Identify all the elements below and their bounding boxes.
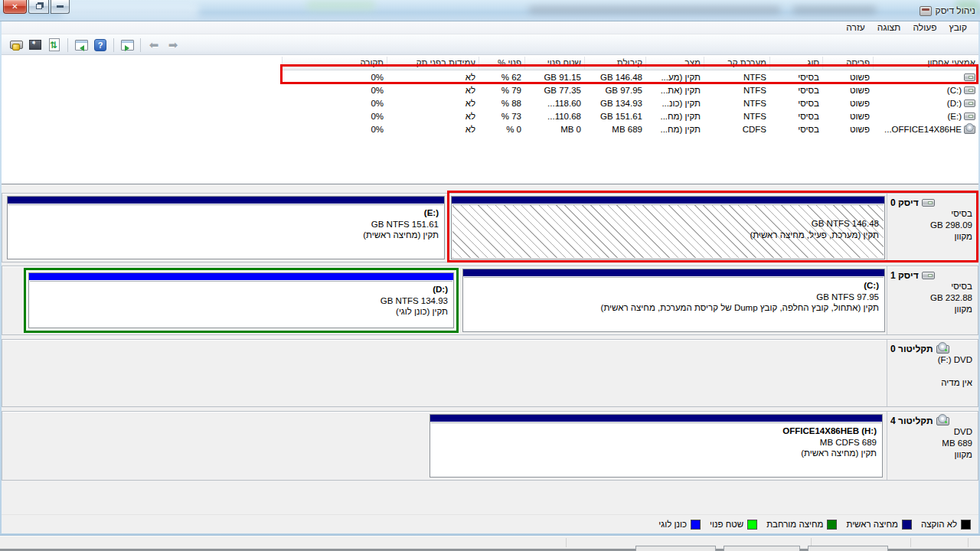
col-header-capacity[interactable]: קיבולת <box>584 57 645 70</box>
menu-file[interactable]: קובץ <box>944 21 972 34</box>
help-icon[interactable]: ? <box>92 37 109 54</box>
col-header-type[interactable]: סוג <box>769 57 822 70</box>
volume-row-office-cd[interactable]: ...OFFICE14X86HE פשוט בסיסי CDFS תקין (מ… <box>282 122 978 135</box>
menu-help[interactable]: עזרה <box>841 21 871 34</box>
col-header-layout[interactable]: פריסה <box>822 57 873 70</box>
partition-size: GB NTFS 97.95 <box>469 292 879 303</box>
col-header-volume[interactable]: אמצעי אחסון <box>873 57 978 70</box>
glass-bleed <box>306 0 375 11</box>
disk-type: בסיסי <box>890 208 972 220</box>
disk-size: GB 298.09 <box>890 220 972 231</box>
forward-icon[interactable]: ➡ <box>165 37 181 54</box>
partition-color-bar <box>463 269 884 276</box>
partition-office-h[interactable]: OFFICE14X86HEB (H:) MB CDFS 689 תקין (מח… <box>430 414 883 478</box>
partition-size: GB NTFS 134.93 <box>34 295 448 307</box>
menu-action[interactable]: פעולה <box>907 21 942 34</box>
col-header-file-system[interactable]: מערכת קב <box>704 57 769 70</box>
volume-row-system[interactable]: פשוט בסיסי NTFS תקין (מע... GB 146.48 GB… <box>282 70 978 83</box>
partition-color-bar <box>430 415 882 422</box>
toolbar-separator <box>67 38 68 52</box>
restore-icon <box>36 4 42 9</box>
cdrom-0-row: תקליטור 0 (F:) DVD אין מדיה <box>2 339 978 407</box>
back-icon[interactable]: ⬅ <box>145 37 162 54</box>
cdrom-4-header[interactable]: תקליטור 4 DVD MB 689 מקוון <box>887 412 978 480</box>
partition-label: (E:) <box>13 207 439 219</box>
cd-volume-icon <box>964 126 975 134</box>
volume-row-c[interactable]: (C:) פשוט בסיסי NTFS תקין (את... GB 97.9… <box>282 83 978 96</box>
cd-drive-icon <box>936 345 949 354</box>
legend-swatch <box>827 520 837 530</box>
title-bar: ✕ ניהול דיסק <box>0 0 980 21</box>
legend-item-logical-drive: כונן לוגי <box>658 520 701 530</box>
app-icon <box>920 6 932 16</box>
window-border-left <box>0 21 2 533</box>
partition-color-bar <box>452 197 884 204</box>
partition-size: GB NTFS 146.48 <box>457 218 879 230</box>
partition-e[interactable]: (E:) GB NTFS 151.61 תקין (מחיצה ראשית) <box>7 196 445 259</box>
window-title: ניהול דיסק <box>936 5 975 16</box>
col-header-status[interactable]: מצב <box>645 57 704 70</box>
partition-color-bar <box>29 273 453 280</box>
show-console-tree-icon[interactable] <box>73 37 90 54</box>
disk-status: מקוון <box>890 449 972 461</box>
disk-0-header[interactable]: דיסק 0 בסיסי GB 298.09 מקוון <box>887 194 978 262</box>
cd-drive-icon <box>936 417 949 425</box>
minimize-button[interactable] <box>51 0 70 14</box>
partition-label: (D:) <box>34 284 448 295</box>
volume-list-header: אמצעי אחסון פריסה סוג מערכת קב מצב קיבול… <box>282 57 978 70</box>
legend-item-extended-partition: מחיצה מורחבת <box>766 520 837 530</box>
col-header-overhead[interactable]: תקורה <box>282 57 387 70</box>
close-button[interactable]: ✕ <box>3 0 27 14</box>
disk-1-row: דיסק 1 בסיסי GB 232.88 מקוון (C:) GB NTF… <box>2 266 978 335</box>
legend-swatch <box>902 520 912 530</box>
background-window-text-bleed <box>792 6 877 14</box>
properties-icon[interactable] <box>8 37 24 54</box>
volume-list: אמצעי אחסון פריסה סוג מערכת קב מצב קיבול… <box>2 55 978 184</box>
show-action-pane-icon[interactable] <box>119 37 136 54</box>
restore-button[interactable] <box>28 0 49 14</box>
refresh-icon[interactable]: ⇅ <box>46 37 63 54</box>
disk-type: (F:) DVD <box>890 354 972 366</box>
background-window-fragment <box>635 546 716 551</box>
disk-volume-icon <box>964 86 975 94</box>
console-tree-glyph <box>75 40 88 51</box>
legend-swatch <box>961 520 971 530</box>
partition-d[interactable]: (D:) GB NTFS 134.93 תקין (כונן לוגי) <box>28 272 454 328</box>
menu-view[interactable]: תצוגה <box>872 21 906 34</box>
legend-swatch <box>747 520 757 530</box>
minimize-icon <box>57 5 64 8</box>
disk-status: אין מדיה <box>890 377 972 389</box>
partition-system[interactable]: GB NTFS 146.48 תקין (מערכת, פעיל, מחיצה … <box>451 196 885 259</box>
cdrom-4-row: תקליטור 4 DVD MB 689 מקוון OFFICE14X86HE… <box>2 411 978 481</box>
disk-management-window: ✕ ניהול דיסק קובץ פעולה תצוגה עזרה ⇅ ? ⬅… <box>0 0 980 551</box>
col-header-pct-free[interactable]: % פנוי <box>479 57 524 70</box>
volume-row-e[interactable]: (E:) פשוט בסיסי NTFS תקין (מח... GB 151.… <box>282 109 978 122</box>
disk-type: DVD <box>890 426 972 438</box>
disk-properties-glyph <box>10 41 23 49</box>
toolbar-separator <box>113 38 114 52</box>
action-pane-glyph <box>121 40 134 51</box>
menu-bar: קובץ פעולה תצוגה עזרה <box>2 21 978 34</box>
toolbar: ⇅ ? ⬅ ➡ <box>2 34 978 55</box>
export-list-icon[interactable] <box>27 37 44 54</box>
disk-1-header[interactable]: דיסק 1 בסיסי GB 232.88 מקוון <box>887 266 978 334</box>
refresh-doc-glyph: ⇅ <box>49 38 60 51</box>
disk-icon <box>922 199 935 207</box>
disk-status: מקוון <box>890 231 972 243</box>
partition-status: תקין (כונן לוגי) <box>34 306 448 318</box>
partition-size: GB NTFS 151.61 <box>13 219 439 230</box>
volume-row-d[interactable]: (D:) פשוט בסיסי NTFS תקין (כונ... GB 134… <box>282 96 978 109</box>
col-header-fault-tolerance[interactable]: עמידות בפני תק <box>387 57 479 70</box>
help-glyph: ? <box>94 39 106 51</box>
legend-bar: לא הוקצה מחיצה ראשית מחיצה מורחבת שטח פנ… <box>2 514 978 533</box>
cdrom-0-header[interactable]: תקליטור 0 (F:) DVD אין מדיה <box>887 340 978 406</box>
disk-0-row: דיסק 0 בסיסי GB 298.09 מקוון GB NTFS 146… <box>2 193 978 262</box>
col-header-free-space[interactable]: שטח פנוי <box>524 57 584 70</box>
partition-color-bar <box>8 197 444 204</box>
legend-item-primary-partition: מחיצה ראשית <box>846 520 911 530</box>
disk-name: תקליטור 4 <box>890 416 933 426</box>
partition-status: תקין (מערכת, פעיל, מחיצה ראשית) <box>457 230 879 241</box>
partition-c[interactable]: (C:) GB NTFS 97.95 תקין (אתחול, קובץ החל… <box>462 269 885 332</box>
background-window-fragment <box>808 546 888 551</box>
partition-label: OFFICE14X86HEB (H:) <box>436 425 877 437</box>
